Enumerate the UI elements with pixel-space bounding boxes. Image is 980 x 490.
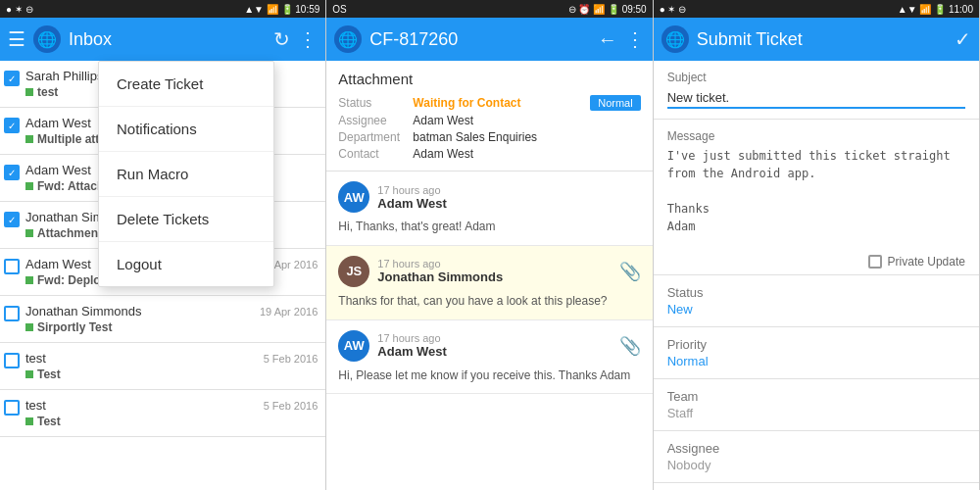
- dept-value: batman Sales Enquiries: [413, 130, 537, 144]
- avatar: AW: [338, 330, 369, 362]
- inbox-checkbox[interactable]: ✓: [4, 118, 20, 133]
- status-bar-2: OS ⊖ ⏰ 📶 🔋 09:50: [326, 0, 652, 18]
- contact-value: Adam West: [413, 147, 473, 161]
- status-right-1: ▲▼ 📶 🔋 ▲▼ 📶 🔋 10:5910:59: [244, 4, 319, 15]
- message-meta: 17 hours ago Jonathan Simmonds: [377, 258, 611, 284]
- assignee-field-value: Nobody: [667, 458, 965, 472]
- assignee-field-label: Assignee: [667, 441, 965, 456]
- inbox-panel: ● ✶ ⊖ ▲▼ 📶 🔋 ▲▼ 📶 🔋 10:5910:59 ☰ 🌐 Inbox…: [0, 0, 326, 490]
- ticket-meta-section: Attachment Status Waiting for Contact No…: [326, 61, 652, 172]
- form-body: Subject Message I've just submitted this…: [654, 61, 979, 490]
- inbox-item-name: Adam West: [25, 116, 91, 130]
- inbox-checkbox[interactable]: ✓: [4, 71, 20, 86]
- contact-label: Contact: [338, 147, 407, 161]
- submit-top-bar: 🌐 Submit Ticket ✓: [654, 18, 979, 61]
- inbox-checkbox[interactable]: [4, 353, 20, 368]
- assignee-row: Assignee Adam West: [338, 114, 640, 127]
- normal-badge[interactable]: Normal: [590, 95, 640, 111]
- dropdown-item[interactable]: Logout: [99, 242, 273, 286]
- message-time: 17 hours ago: [377, 184, 640, 196]
- inbox-item-date: 19 Apr 2016: [260, 306, 318, 318]
- private-update-checkbox[interactable]: [868, 255, 882, 269]
- inbox-top-bar: ☰ 🌐 Inbox ↻ ⋮: [0, 18, 325, 61]
- message-item: AW 17 hours ago Adam West Hi, Thanks, th…: [326, 172, 652, 246]
- attachment-title: Attachment: [338, 71, 640, 87]
- status-right-3: ▲▼ 📶 🔋 11:00: [898, 4, 973, 15]
- more-icon-1[interactable]: ⋮: [298, 27, 318, 51]
- check-icon[interactable]: ✓: [955, 27, 971, 51]
- inbox-checkbox[interactable]: ✓: [4, 165, 20, 180]
- inbox-item-name: test: [25, 351, 46, 366]
- dropdown-item[interactable]: Delete Tickets: [99, 197, 273, 242]
- inbox-item[interactable]: test 5 Feb 2016 Test: [0, 343, 325, 390]
- assignee-value: Adam West: [413, 114, 473, 127]
- status-field-label: Status: [667, 285, 965, 300]
- ticket-top-bar: 🌐 CF-817260 ← ⋮: [326, 18, 652, 61]
- dropdown-item[interactable]: Create Ticket: [99, 62, 273, 107]
- messages-container: AW 17 hours ago Adam West Hi, Thanks, th…: [326, 172, 652, 394]
- inbox-item[interactable]: Jonathan Simmonds 19 Apr 2016 Sirportly …: [0, 296, 325, 343]
- priority-square: [25, 135, 33, 143]
- status-field-row[interactable]: Status New: [654, 275, 979, 327]
- inbox-checkbox[interactable]: [4, 259, 20, 274]
- priority-field-label: Priority: [667, 337, 965, 352]
- inbox-checkbox[interactable]: [4, 306, 20, 321]
- priority-square: [25, 370, 33, 378]
- status-os-label: OS: [332, 4, 346, 15]
- hamburger-icon[interactable]: ☰: [8, 27, 25, 51]
- assignee-field-row[interactable]: Assignee Nobody: [654, 431, 979, 483]
- back-icon[interactable]: ←: [598, 28, 617, 51]
- message-header: AW 17 hours ago Adam West: [338, 181, 640, 213]
- message-textarea[interactable]: I've just submitted this ticket straight…: [667, 147, 965, 235]
- inbox-checkbox[interactable]: [4, 400, 20, 416]
- status-label: Status: [338, 96, 407, 110]
- inbox-item-name: test: [25, 398, 46, 413]
- priority-field-row[interactable]: Priority Normal: [654, 327, 979, 379]
- message-section: Message I've just submitted this ticket …: [654, 120, 979, 249]
- team-field-row[interactable]: Team Staff: [654, 379, 979, 431]
- avatar: AW: [338, 181, 369, 213]
- inbox-item-date: 5 Feb 2016: [264, 400, 318, 412]
- status-bar-1: ● ✶ ⊖ ▲▼ 📶 🔋 ▲▼ 📶 🔋 10:5910:59: [0, 0, 325, 18]
- private-update-label: Private Update: [888, 255, 965, 269]
- status-left-3: ● ✶ ⊖: [660, 4, 687, 15]
- globe-icon[interactable]: 🌐: [33, 25, 61, 53]
- priority-square: [25, 417, 33, 425]
- dropdown-item[interactable]: Run Macro: [99, 152, 273, 197]
- message-time: 17 hours ago: [377, 258, 611, 270]
- message-sender: Adam West: [377, 196, 640, 211]
- priority-square: [25, 323, 33, 331]
- ticket-meta: Status Waiting for Contact Normal Assign…: [338, 95, 640, 161]
- message-header: JS 17 hours ago Jonathan Simmonds 📎: [338, 256, 640, 287]
- ticket-id-title: CF-817260: [369, 29, 589, 50]
- globe-icon-2[interactable]: 🌐: [334, 25, 362, 53]
- inbox-item-name: Jonathan Simmonds: [25, 304, 142, 318]
- inbox-item-subject: Test: [37, 415, 61, 428]
- status-right-2: ⊖ ⏰ 📶 🔋 09:50: [568, 4, 647, 15]
- inbox-item[interactable]: test 5 Feb 2016 Test: [0, 390, 325, 437]
- ticket-body: Attachment Status Waiting for Contact No…: [326, 61, 652, 490]
- message-text: Hi, Thanks, that's great! Adam: [338, 219, 640, 235]
- inbox-item-date: 5 Feb 2016: [264, 353, 318, 365]
- subject-label: Subject: [667, 71, 965, 84]
- dropdown-menu: Create TicketNotificationsRun MacroDelet…: [98, 61, 274, 287]
- more-icon-2[interactable]: ⋮: [625, 27, 645, 51]
- submit-ticket-panel: ● ✶ ⊖ ▲▼ 📶 🔋 11:00 🌐 Submit Ticket ✓ Sub…: [654, 0, 980, 490]
- subject-input[interactable]: [667, 88, 965, 109]
- attachment-icon: 📎: [619, 261, 641, 282]
- inbox-checkbox[interactable]: ✓: [4, 212, 20, 227]
- message-sender: Adam West: [377, 344, 611, 359]
- priority-field-value: Normal: [667, 354, 965, 368]
- priority-square: [25, 229, 33, 237]
- refresh-icon[interactable]: ↻: [273, 27, 290, 51]
- status-bar-3: ● ✶ ⊖ ▲▼ 📶 🔋 11:00: [654, 0, 979, 18]
- dept-label: Department: [338, 130, 407, 144]
- message-text: Hi, Please let me know if you receive th…: [338, 368, 640, 384]
- dropdown-item[interactable]: Notifications: [99, 107, 273, 152]
- inbox-item-subject: Test: [37, 368, 61, 381]
- status-row: Status Waiting for Contact Normal: [338, 95, 640, 111]
- status-field-value: New: [667, 302, 965, 317]
- globe-icon-3[interactable]: 🌐: [662, 25, 689, 53]
- submit-title: Submit Ticket: [697, 29, 947, 50]
- priority-square: [25, 276, 33, 284]
